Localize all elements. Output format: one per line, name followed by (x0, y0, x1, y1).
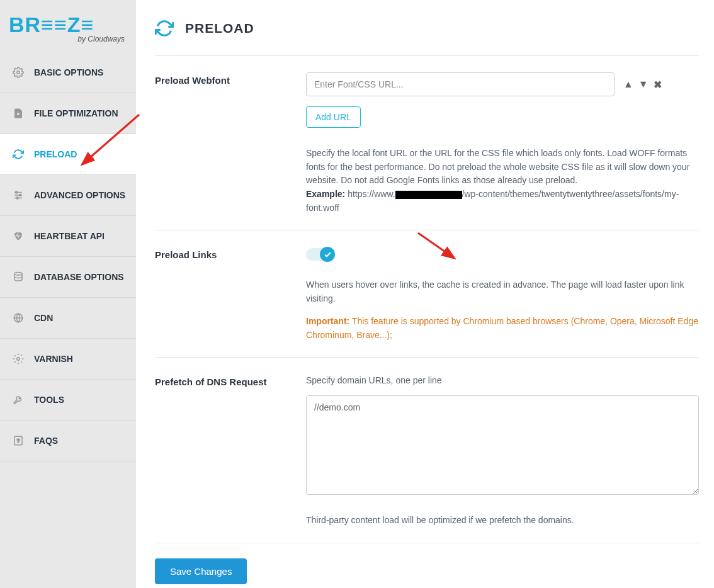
svg-point-0 (17, 71, 20, 74)
save-changes-button[interactable]: Save Changes (155, 558, 247, 584)
sidebar-item-label: HEARTBEAT API (34, 231, 105, 241)
gear-icon (10, 353, 26, 365)
webfont-url-input[interactable] (306, 72, 615, 96)
globe-icon (10, 312, 26, 324)
sidebar-item-label: FILE OPTIMIZATION (34, 108, 118, 118)
refresh-icon (10, 148, 26, 161)
wrench-icon (10, 393, 26, 406)
move-up-icon[interactable]: ▲ (623, 79, 633, 90)
heartbeat-icon (10, 230, 26, 242)
remove-icon[interactable]: ✖ (654, 79, 662, 91)
add-url-button[interactable]: Add URL (306, 106, 361, 128)
gear-icon (10, 66, 26, 79)
main-content: PRELOAD Preload Webfont ▲ ▼ ✖ Add URL Sp… (136, 0, 714, 588)
sliders-icon (10, 189, 26, 201)
sidebar-item-label: VARNISH (34, 354, 73, 364)
sidebar-item-faqs[interactable]: ? FAQS (0, 421, 136, 461)
sidebar-item-label: BASIC OPTIONS (34, 67, 103, 77)
sidebar-item-label: TOOLS (34, 395, 64, 405)
sidebar-item-database-options[interactable]: DATABASE OPTIONS (0, 257, 136, 298)
refresh-icon (155, 19, 174, 38)
svg-point-5 (16, 191, 18, 193)
sidebar-item-file-optimization[interactable]: FILE OPTIMIZATION (0, 93, 136, 134)
svg-point-6 (20, 195, 21, 196)
prefetch-dns-help: Third-party content load will be optimiz… (306, 514, 699, 528)
prefetch-dns-sub: Specify domain URLs, one per line (306, 374, 699, 388)
logo: BR≡≡Z≡ by Cloudways (0, 0, 136, 52)
svg-point-7 (16, 197, 18, 199)
page-header: PRELOAD (155, 19, 699, 56)
section-preload-webfont: Preload Webfont ▲ ▼ ✖ Add URL Specify th… (155, 72, 699, 230)
webfont-help-text: Specify the local font URL or the URL fo… (306, 147, 699, 215)
sidebar-item-tools[interactable]: TOOLS (0, 380, 136, 421)
section-label: Preload Links (155, 247, 306, 342)
database-icon (10, 271, 26, 283)
preload-links-help: When users hover over links, the cache i… (306, 278, 699, 305)
svg-text:?: ? (16, 438, 20, 444)
prefetch-dns-textarea[interactable] (306, 395, 699, 495)
svg-point-1 (17, 113, 20, 115)
check-icon (320, 247, 335, 262)
section-preload-links: Preload Links When users hover over link… (155, 247, 699, 358)
sidebar-item-label: ADVANCED OPTIONS (34, 190, 125, 200)
sidebar-item-label: CDN (34, 313, 53, 323)
sidebar: BR≡≡Z≡ by Cloudways BASIC OPTIONS FILE O… (0, 0, 136, 588)
file-gear-icon (10, 107, 26, 120)
section-label: Preload Webfont (155, 72, 306, 215)
preload-links-toggle[interactable] (306, 248, 334, 261)
section-label: Prefetch of DNS Request (155, 374, 306, 527)
section-prefetch-dns: Prefetch of DNS Request Specify domain U… (155, 374, 699, 543)
sidebar-item-varnish[interactable]: VARNISH (0, 339, 136, 380)
sidebar-item-label: PRELOAD (34, 149, 77, 159)
sidebar-item-label: DATABASE OPTIONS (34, 272, 124, 282)
help-page-icon: ? (10, 434, 26, 447)
sidebar-item-cdn[interactable]: CDN (0, 298, 136, 339)
sidebar-item-preload[interactable]: PRELOAD (0, 134, 136, 175)
preload-links-important: Important: This feature is supported by … (306, 315, 699, 342)
svg-point-10 (17, 358, 20, 361)
sidebar-item-heartbeat-api[interactable]: HEARTBEAT API (0, 216, 136, 257)
redacted-text (395, 191, 462, 199)
sidebar-item-advanced-options[interactable]: ADVANCED OPTIONS (0, 175, 136, 216)
page-title: PRELOAD (185, 21, 254, 36)
sidebar-item-basic-options[interactable]: BASIC OPTIONS (0, 52, 136, 93)
logo-brand: BR≡≡Z≡ (9, 13, 127, 37)
svg-point-8 (14, 273, 22, 276)
sidebar-item-label: FAQS (34, 436, 58, 446)
move-down-icon[interactable]: ▼ (638, 79, 649, 90)
